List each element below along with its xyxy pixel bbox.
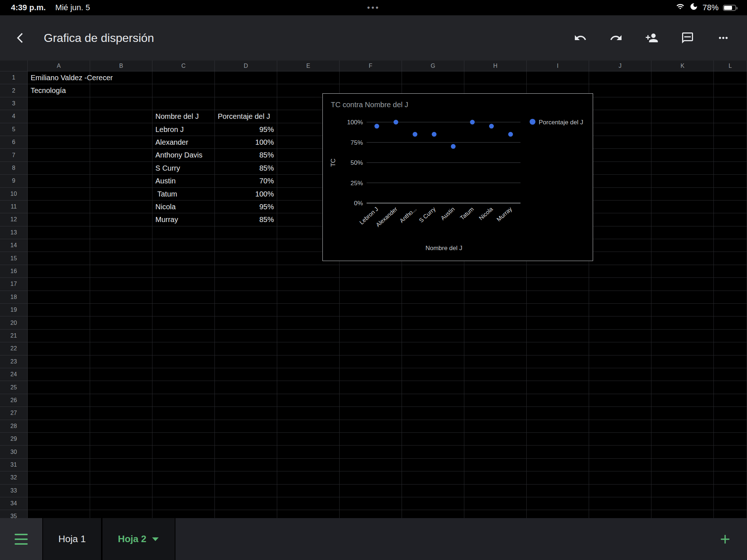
cell-K28[interactable] [651,420,714,433]
cell-K17[interactable] [651,278,714,291]
cell-L23[interactable] [714,355,747,368]
cell-H32[interactable] [464,471,527,484]
cell-L26[interactable] [714,394,747,407]
cell-H27[interactable] [464,407,527,420]
cell-H22[interactable] [464,342,527,355]
cell-L22[interactable] [714,342,747,355]
cell-J25[interactable] [589,381,651,394]
cell-I20[interactable] [527,316,589,329]
cell-I31[interactable] [527,459,589,471]
cell-K15[interactable] [651,252,714,265]
cell-L5[interactable] [714,123,747,136]
cell-F22[interactable] [340,342,402,355]
cell-D20[interactable] [215,316,277,329]
cell-L19[interactable] [714,304,747,316]
cell-K7[interactable] [651,149,714,162]
cell-C33[interactable] [152,485,215,497]
cell-D6[interactable]: 100% [215,136,277,149]
cell-B22[interactable] [90,342,152,355]
cell-K22[interactable] [651,342,714,355]
row-header-12[interactable]: 12 [0,213,28,226]
cell-L10[interactable] [714,188,747,201]
cell-B21[interactable] [90,330,152,342]
cell-A30[interactable] [28,446,90,458]
cell-K18[interactable] [651,291,714,304]
row-header-5[interactable]: 5 [0,123,28,136]
cell-K19[interactable] [651,304,714,316]
cell-A14[interactable] [28,239,90,252]
cell-K12[interactable] [651,213,714,226]
cell-B33[interactable] [90,485,152,497]
cell-D17[interactable] [215,278,277,291]
cell-D16[interactable] [215,265,277,278]
cell-A17[interactable] [28,278,90,291]
column-header-I[interactable]: I [527,61,589,71]
cell-B11[interactable] [90,201,152,213]
cell-C5[interactable]: Lebron J [152,123,215,136]
cell-J31[interactable] [589,459,651,471]
cell-E18[interactable] [277,291,340,304]
cell-F24[interactable] [340,368,402,381]
cell-F19[interactable] [340,304,402,316]
cell-B18[interactable] [90,291,152,304]
cell-A22[interactable] [28,342,90,355]
cell-C9[interactable]: Austin [152,175,215,187]
cell-B25[interactable] [90,381,152,394]
row-header-1[interactable]: 1 [0,71,28,84]
cell-E20[interactable] [277,316,340,329]
cell-H23[interactable] [464,355,527,368]
row-header-4[interactable]: 4 [0,110,28,123]
cell-G26[interactable] [402,394,464,407]
cell-L28[interactable] [714,420,747,433]
cell-B26[interactable] [90,394,152,407]
cell-D4[interactable]: Porcentaje del J [215,110,277,123]
cell-H28[interactable] [464,420,527,433]
cell-D9[interactable]: 70% [215,175,277,187]
cell-L6[interactable] [714,136,747,149]
cell-K27[interactable] [651,407,714,420]
cell-H31[interactable] [464,459,527,471]
cell-J30[interactable] [589,446,651,458]
cell-D15[interactable] [215,252,277,265]
row-header-9[interactable]: 9 [0,175,28,187]
cell-L14[interactable] [714,239,747,252]
column-header-K[interactable]: K [651,61,714,71]
cell-A2[interactable]: Tecnología [28,84,90,97]
cell-I30[interactable] [527,446,589,458]
cell-D14[interactable] [215,239,277,252]
cell-A9[interactable] [28,175,90,187]
cell-G16[interactable] [402,265,464,278]
cell-I28[interactable] [527,420,589,433]
cell-A27[interactable] [28,407,90,420]
cell-B17[interactable] [90,278,152,291]
cell-D12[interactable]: 85% [215,213,277,226]
cell-B28[interactable] [90,420,152,433]
cell-B34[interactable] [90,497,152,510]
cell-I18[interactable] [527,291,589,304]
cell-J2[interactable] [589,84,651,97]
cell-A5[interactable] [28,123,90,136]
cell-H30[interactable] [464,446,527,458]
column-header-L[interactable]: L [714,61,747,71]
cell-L2[interactable] [714,84,747,97]
cell-L17[interactable] [714,278,747,291]
cell-L21[interactable] [714,330,747,342]
cell-L32[interactable] [714,471,747,484]
cell-H16[interactable] [464,265,527,278]
row-header-18[interactable]: 18 [0,291,28,304]
cell-A6[interactable] [28,136,90,149]
cell-B14[interactable] [90,239,152,252]
cell-H21[interactable] [464,330,527,342]
cell-E22[interactable] [277,342,340,355]
cell-D21[interactable] [215,330,277,342]
cell-K25[interactable] [651,381,714,394]
cell-D19[interactable] [215,304,277,316]
cell-D1[interactable] [215,71,277,84]
cell-B15[interactable] [90,252,152,265]
cell-E24[interactable] [277,368,340,381]
cell-C3[interactable] [152,97,215,110]
cell-B10[interactable] [90,188,152,201]
tab-hoja-1[interactable]: Hoja 1 [42,518,102,560]
row-header-2[interactable]: 2 [0,84,28,97]
cell-I16[interactable] [527,265,589,278]
